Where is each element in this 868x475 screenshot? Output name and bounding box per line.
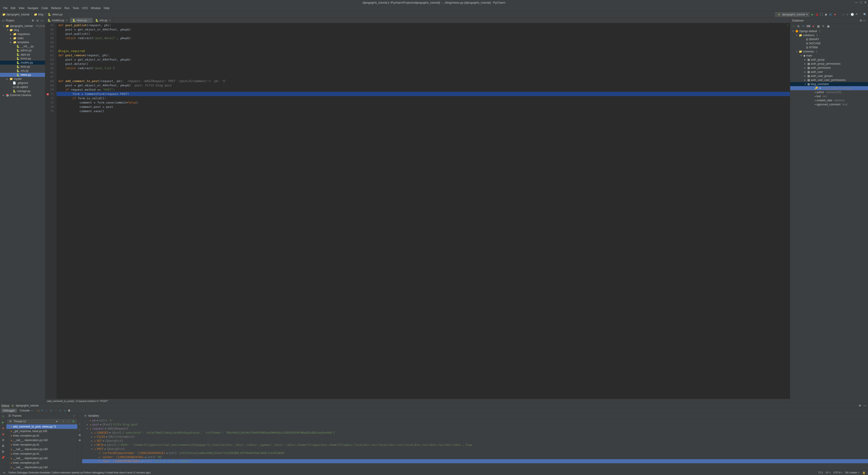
resume-icon[interactable]: ▶ — [1, 420, 5, 424]
db-tree-row[interactable]: ▼📁schemas1 — [790, 50, 868, 54]
var-row[interactable]: ▼▸ request = {WSGIRequest} — [82, 426, 868, 431]
frame-row[interactable]: ▸ __call__, deprecation.py:140 — [6, 456, 78, 461]
menu-item-help[interactable]: Help — [102, 6, 111, 10]
run-config-selector[interactable]: dj djangogirls_tutorial ▾ — [775, 12, 810, 17]
tree-arrow-icon[interactable]: ▼ — [87, 428, 89, 430]
var-row[interactable]: ▸ 'text' (139923458827856) = {str} 'This… — [82, 459, 868, 463]
tree-arrow-icon[interactable]: ▼ — [3, 25, 5, 27]
project-tree[interactable]: ▼📁djangogirls_tutorial~/Pycharm▼📁blog▶📁m… — [0, 24, 45, 403]
line-number[interactable]: 63 — [46, 57, 54, 62]
coverage-icon[interactable]: ⛶ — [819, 13, 823, 16]
line-number[interactable]: 74 — [46, 105, 54, 109]
close-tab-icon[interactable]: × — [109, 19, 111, 22]
close-icon[interactable]: ✕ — [864, 1, 867, 4]
tree-arrow-icon[interactable]: ▶ — [87, 423, 89, 426]
debugger-tab[interactable]: Debugger — [1, 409, 17, 413]
menu-item-file[interactable]: File — [2, 6, 9, 10]
tree-row[interactable]: 📄.gitignore — [0, 81, 45, 85]
tree-row[interactable]: 🐍__init__.py — [0, 44, 45, 49]
line-number[interactable]: 64 — [46, 62, 54, 66]
restore-layout-icon[interactable]: ⊞ — [1, 444, 5, 448]
tree-row[interactable]: 🗃db.sqlite3 — [0, 85, 45, 89]
code-line[interactable] — [57, 40, 790, 44]
breadcrumb-item[interactable]: 📁djangogirls_tutorial — [1, 12, 30, 17]
tree-arrow-icon[interactable]: ▶ — [91, 432, 93, 434]
gear-icon[interactable]: ⚙ — [31, 19, 35, 22]
code-line[interactable]: if request.method == "POST": — [57, 88, 790, 92]
hide-icon[interactable]: — — [40, 19, 44, 22]
tree-arrow-icon[interactable]: ▶ — [10, 33, 12, 35]
line-number[interactable]: 62 — [46, 53, 54, 57]
variables-tree[interactable]: ▸ pk = {str} '5'▶▸ post = {Post} Fifth b… — [82, 418, 868, 470]
force-step-icon[interactable]: ⇓ — [49, 409, 53, 412]
commit-icon[interactable]: ✓ — [846, 13, 849, 16]
var-row[interactable]: ▶▸ META = {dict} {'PATH': '/home/filippo… — [82, 443, 868, 447]
line-sep[interactable]: LF ÷ — [826, 471, 831, 474]
line-number[interactable]: 70 — [46, 88, 54, 92]
code-line[interactable]: def post_publish(request, pk): — [57, 23, 790, 27]
breakpoint-icon[interactable] — [46, 93, 49, 95]
var-row[interactable]: ▸ 'csrfmiddlewaretoken' (139923459050424… — [82, 451, 868, 455]
table-icon[interactable]: ▦ — [816, 24, 820, 28]
tree-arrow-icon[interactable]: ▼ — [796, 34, 798, 36]
tree-row[interactable]: ▶📁mysite — [0, 77, 45, 81]
step-into-icon[interactable]: ↓ — [45, 409, 49, 412]
code-line[interactable]: post = get_object_or_404(Post, pk=pk) — [57, 57, 790, 62]
hide-icon[interactable]: — — [863, 404, 867, 407]
gutter[interactable]: 5556575859606162636465666768697071727374… — [45, 23, 57, 399]
line-number[interactable]: 60 — [46, 44, 54, 49]
db-tree-row[interactable]: ⊟RTRIM — [790, 45, 868, 50]
db-tree-row[interactable]: ▶▦auth_user — [790, 70, 868, 74]
db-tree-row[interactable]: ▪texttext — [790, 94, 868, 98]
code-area[interactable]: def post_publish(request, pk): post = ge… — [57, 23, 790, 399]
var-row[interactable]: ▶▸ FILES = {MultiValueDict} — [82, 435, 868, 439]
tree-arrow-icon[interactable]: ▶ — [804, 59, 806, 61]
line-number[interactable]: 57 — [46, 32, 54, 36]
run-cursor-icon[interactable]: ↗ — [58, 409, 62, 412]
nav-icon[interactable]: ▣ — [827, 24, 830, 28]
tree-arrow-icon[interactable]: ▼ — [804, 83, 806, 85]
prev-frame-icon[interactable]: ↑ — [62, 420, 65, 423]
tree-arrow-icon[interactable]: ▶ — [10, 37, 12, 39]
code-line[interactable]: comment.save() — [57, 109, 790, 113]
tree-arrow-icon[interactable]: ▶ — [804, 75, 806, 77]
db-tree-row[interactable]: ⊟BINARY — [790, 37, 868, 41]
tree-arrow-icon[interactable]: ▶ — [91, 436, 93, 438]
settings-icon[interactable]: ⚙ — [1, 450, 5, 453]
editor-tab[interactable]: 🐍models.py× — [45, 18, 70, 23]
tree-row[interactable]: ▶📚External Libraries — [0, 93, 45, 97]
var-row[interactable]: ▶▸ COOKIES = {dict} {'sessionid': 'w3ie2… — [82, 431, 868, 435]
db-tree-row[interactable]: ▶▦auth_user_groups — [790, 74, 868, 78]
line-number[interactable]: 67 — [46, 74, 54, 79]
tree-row[interactable]: 🐍urls.py — [0, 69, 45, 73]
code-line[interactable]: comment = form.save(commit=False) — [57, 100, 790, 105]
lock-icon[interactable]: 🔒 — [862, 471, 866, 474]
line-number[interactable]: 68 — [46, 79, 54, 83]
db-tree-row[interactable]: ▶▦auth_group_permissions — [790, 62, 868, 66]
edit-icon[interactable]: ✎ — [822, 24, 825, 28]
tree-row[interactable]: ▶📁templates — [0, 40, 45, 44]
db-tree-row[interactable]: ▶▦auth_permission — [790, 66, 868, 70]
frame-row[interactable]: ▸ inner, exception.py:41 — [6, 442, 78, 447]
code-line[interactable]: post = get_object_or_404(Post, pk=pk) po… — [57, 83, 790, 88]
code-line[interactable]: comment.post = post — [57, 105, 790, 109]
tree-arrow-icon[interactable]: ▼ — [800, 55, 802, 57]
frame-row[interactable]: ▸ _get_response, base.py:185 — [6, 429, 78, 434]
next-frame-icon[interactable]: ↓ — [66, 420, 70, 423]
tree-arrow-icon[interactable]: ▶ — [804, 71, 806, 73]
line-number[interactable]: 61 — [46, 49, 54, 53]
db-tree-row[interactable]: ▼◆main — [790, 54, 868, 58]
frame-row[interactable]: ▸ inner, exception.py:41 — [6, 434, 78, 438]
tree-row[interactable]: 🐍admin.py — [0, 49, 45, 53]
hide-icon[interactable]: → — [72, 414, 76, 418]
tree-arrow-icon[interactable]: ▶ — [91, 440, 93, 442]
close-tab-icon[interactable]: × — [66, 19, 68, 22]
db-tree-row[interactable]: ▪created_datedatetime — [790, 98, 868, 102]
db-tree-row[interactable]: ▶▦auth_user_user_permissions — [790, 78, 868, 82]
line-number[interactable]: 72 — [46, 96, 54, 100]
tree-arrow-icon[interactable]: ▼ — [6, 29, 9, 31]
line-number[interactable]: 69 — [46, 83, 54, 88]
line-number[interactable]: 71 — [46, 92, 54, 96]
menu-item-navigate[interactable]: Navigate — [26, 6, 39, 10]
var-row[interactable]: ▶▸ GET = {QueryDict} — [82, 439, 868, 443]
